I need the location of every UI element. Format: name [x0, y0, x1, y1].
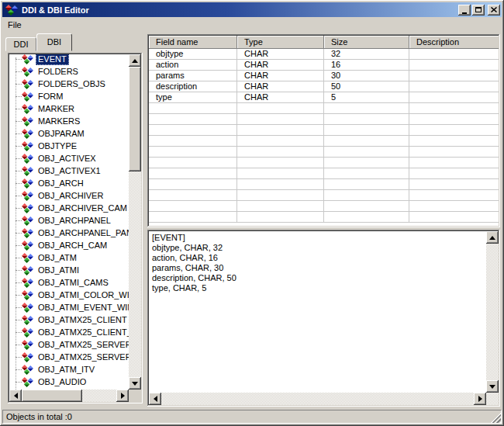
tree-item[interactable]: OBJ_AUDIO [9, 376, 129, 388]
scrollbar-track[interactable] [161, 393, 474, 405]
tab-dbi[interactable]: DBI [36, 33, 72, 51]
column-header[interactable]: Description [409, 36, 499, 49]
table-cell[interactable]: CHAR [237, 71, 324, 81]
column-header[interactable]: Size [324, 36, 409, 49]
scroll-right-button[interactable] [474, 393, 486, 405]
table-cell[interactable] [409, 60, 499, 71]
table-cell [324, 201, 409, 212]
scroll-up-button[interactable] [486, 231, 499, 244]
table-cell[interactable] [409, 81, 499, 92]
table-cell [149, 125, 237, 136]
arrow-right-icon [478, 396, 482, 402]
tree-item[interactable]: OBJ_ARCH [9, 177, 129, 189]
menu-file[interactable]: File [2, 19, 27, 31]
table-cell [237, 201, 324, 212]
maximize-button[interactable] [472, 5, 485, 16]
table-cell[interactable]: description [149, 81, 237, 92]
scroll-right-button[interactable] [116, 390, 129, 402]
table-cell [149, 136, 237, 147]
tab-ddi[interactable]: DDI [5, 37, 36, 51]
rgb-component-icon [22, 78, 33, 90]
scrollbar-track[interactable] [486, 244, 499, 380]
table-cell[interactable]: objtype [149, 49, 237, 60]
definition-text[interactable]: [EVENT]objtype, CHAR, 32action, CHAR, 16… [149, 231, 486, 393]
tree-item[interactable]: OBJ_ARCHIVER_CAM [9, 202, 129, 214]
tree-item-label: OBJ_ATMI_CAMS [36, 277, 111, 289]
definition-line: [EVENT] [152, 233, 483, 243]
table-cell [324, 147, 409, 158]
titlebar[interactable]: DDI & DBI Editor [2, 2, 502, 17]
tree-item-label: OBJ_ATMX25_CLIENT_ [36, 327, 129, 338]
table-cell [149, 212, 237, 223]
column-header[interactable]: Type [237, 36, 324, 49]
column-header[interactable]: Field name [149, 36, 237, 49]
scrollbar-track[interactable] [129, 67, 141, 377]
table-cell [409, 114, 499, 125]
scrollbar-thumb[interactable] [129, 67, 141, 171]
table-cell[interactable]: type [149, 92, 237, 103]
scroll-down-button[interactable] [486, 380, 499, 393]
table-cell[interactable]: 30 [324, 71, 409, 81]
tree-item[interactable]: OBJ_ATMX25_SERVER [9, 351, 129, 363]
table-cell[interactable]: 5 [324, 92, 409, 103]
table-row[interactable]: descriptionCHAR50 [149, 81, 499, 92]
table-cell[interactable]: 16 [324, 60, 409, 71]
table-cell[interactable]: CHAR [237, 49, 324, 60]
table-row[interactable]: paramsCHAR30 [149, 71, 499, 81]
table-row[interactable]: objtypeCHAR32 [149, 49, 499, 60]
tree-item-label: OBJ_ARCHIVER_CAM [36, 203, 129, 214]
tree-item[interactable]: FORM [9, 90, 129, 102]
scroll-down-button[interactable] [129, 377, 141, 390]
table-cell[interactable] [409, 49, 499, 60]
tree-item[interactable]: FOLDERS [9, 65, 129, 78]
scroll-left-button[interactable] [149, 393, 161, 405]
tree-item[interactable]: OBJ_ATM_ITV [9, 363, 129, 376]
scrollbar-thumb[interactable] [22, 390, 82, 402]
tree-item[interactable]: OBJ_ATMX25_CLIENT_ [9, 326, 129, 338]
tree-item[interactable]: OBJPARAM [9, 127, 129, 140]
tree-item[interactable]: OBJ_ARCH_CAM [9, 239, 129, 251]
tree-item[interactable]: OBJ_ACTIVEX1 [9, 165, 129, 177]
tree-item[interactable]: FOLDERS_OBJS [9, 78, 129, 90]
table-cell[interactable]: 32 [324, 49, 409, 60]
close-button[interactable] [488, 5, 500, 16]
table-cell[interactable]: CHAR [237, 92, 324, 103]
tree-item[interactable]: OBJ_ATMI_CAMS [9, 276, 129, 289]
tree-item[interactable]: OBJ_ARCHPANEL [9, 214, 129, 227]
tree-item-label: OBJ_ATM [36, 252, 79, 264]
tree-item[interactable]: OBJ_ATMI [9, 264, 129, 276]
table-row[interactable]: typeCHAR5 [149, 92, 499, 103]
tree-item[interactable]: OBJ_ATMX25_CLIENT [9, 313, 129, 326]
scroll-left-button[interactable] [9, 390, 22, 402]
table-row[interactable]: actionCHAR16 [149, 60, 499, 71]
tree-item[interactable]: OBJ_ARCHPANEL_PANEL [9, 227, 129, 239]
table-cell[interactable]: CHAR [237, 60, 324, 71]
scroll-up-button[interactable] [129, 54, 141, 67]
table-cell [409, 103, 499, 114]
tree-item[interactable]: MARKER [9, 102, 129, 115]
tree-item[interactable]: MARKERS [9, 115, 129, 127]
scrollbar-track[interactable] [22, 390, 116, 402]
table-cell [149, 179, 237, 190]
tree-item[interactable]: EVENT [9, 54, 129, 65]
tree-item[interactable]: OBJ_ATMX25_SERVER [9, 338, 129, 351]
tree-item[interactable]: OBJ_ATMI_EVENT_WIN [9, 301, 129, 313]
table-cell[interactable]: params [149, 71, 237, 81]
tree-item[interactable]: OBJTYPE [9, 140, 129, 152]
table-cell [237, 168, 324, 179]
table-cell[interactable] [409, 71, 499, 81]
table-cell[interactable] [409, 92, 499, 103]
tree-item[interactable]: OBJ_ACTIVEX [9, 152, 129, 165]
table-row [149, 179, 499, 190]
table-cell[interactable]: action [149, 60, 237, 71]
table-cell[interactable]: 50 [324, 81, 409, 92]
table-cell [149, 190, 237, 201]
table-cell[interactable]: CHAR [237, 81, 324, 92]
tree-item[interactable]: OBJ_ATMI_COLOR_WIN [9, 289, 129, 301]
tree-item[interactable]: OBJ_ATM [9, 251, 129, 264]
app-icon[interactable] [5, 4, 18, 16]
rgb-component-icon [22, 252, 33, 264]
tree-item[interactable]: OBJ_ARCHIVER [9, 189, 129, 202]
minimize-button[interactable] [458, 5, 471, 16]
tree-item-label: EVENT [36, 54, 69, 65]
